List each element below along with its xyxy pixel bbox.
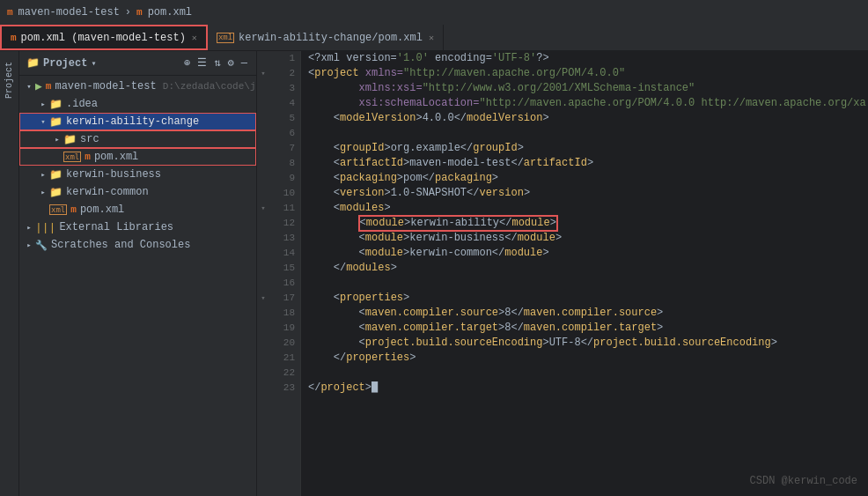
- gutter-cell[interactable]: ▾: [257, 66, 269, 81]
- code-line: </properties>: [308, 351, 861, 366]
- code-token: xsi:schemaLocation=: [308, 96, 479, 111]
- tree-arrow[interactable]: ▾: [23, 82, 35, 92]
- folder-icon: 📁: [49, 186, 63, 199]
- code-line: <module>kerwin-common</module>: [308, 246, 861, 261]
- tree-arrow[interactable]: ▸: [37, 188, 49, 197]
- tab-close-button[interactable]: ✕: [429, 33, 434, 43]
- code-token: 'UTF-8': [492, 51, 536, 66]
- tree-arrow[interactable]: ▸: [23, 223, 35, 233]
- tree-item-pom-root[interactable]: xmlmpom.xml: [19, 201, 256, 218]
- tree-item-scratches[interactable]: ▸🔧Scratches and Consoles: [19, 236, 256, 254]
- code-token: properties: [346, 351, 409, 366]
- code-token: <: [308, 246, 365, 261]
- globe-icon[interactable]: ⊕: [182, 55, 192, 71]
- line-number: 13: [269, 231, 295, 246]
- tree-label: pom.xml: [94, 151, 138, 163]
- minimize-icon[interactable]: —: [239, 56, 249, 71]
- code-token: version: [479, 186, 523, 201]
- code-area[interactable]: <?xml version='1.0' encoding='UTF-8'?><p…: [301, 51, 868, 496]
- code-token: >: [587, 156, 593, 171]
- code-token: "http://www.w3.org/2001/XMLSchema-instan…: [423, 81, 695, 96]
- line-number: 18: [269, 306, 295, 321]
- tree-arrow[interactable]: ▾: [37, 117, 49, 127]
- code-line: </modules>: [308, 261, 861, 276]
- folder-icon: 📁: [49, 115, 63, 129]
- gutter-cell[interactable]: ▾: [257, 291, 269, 306]
- tab-tab1[interactable]: mpom.xml (maven-model-test)✕: [0, 25, 208, 50]
- code-token: >: [657, 306, 663, 321]
- code-token: maven.compiler.target: [524, 321, 657, 336]
- code-token: >4.0.0</: [416, 111, 467, 126]
- code-token: >kerwin-common</: [403, 246, 504, 261]
- editor-area: ▾▾▾ 123456789101112131415161718192021222…: [257, 51, 868, 496]
- code-token: artifactId: [340, 156, 403, 171]
- code-token: >8</: [498, 321, 524, 336]
- code-token: >: [391, 261, 397, 276]
- code-token: >1.0-SNAPSHOT</: [384, 186, 479, 201]
- project-tree: ▾▶mmaven-model-test D:\zedada\code\java\…: [19, 76, 256, 496]
- tree-item-src[interactable]: ▸📁src: [19, 130, 256, 148]
- filter-icon[interactable]: ⇅: [212, 55, 222, 71]
- code-token: module: [365, 246, 403, 261]
- code-line: <project xmlns="http://maven.apache.org/…: [308, 66, 861, 81]
- editor-gutter: ▾▾▾: [257, 51, 269, 496]
- panel-arrow[interactable]: ▾: [91, 58, 96, 69]
- tree-item-root[interactable]: ▾▶mmaven-model-test D:\zedada\code\java\…: [19, 78, 256, 95]
- tree-arrow[interactable]: ▸: [37, 100, 49, 109]
- code-token: </: [308, 381, 320, 396]
- code-token: >pom</: [397, 171, 435, 186]
- code-token: >: [555, 231, 562, 246]
- maven-m-icon: m: [70, 204, 77, 215]
- code-token: >: [542, 246, 548, 261]
- panel-toolbar: ⊕ ☰ ⇅ ⚙ —: [182, 55, 249, 71]
- code-token: modules: [340, 201, 384, 216]
- code-token: <: [308, 231, 365, 246]
- settings-icon[interactable]: ⚙: [226, 55, 236, 71]
- tree-label: pom.xml: [80, 204, 124, 216]
- tab-maven-icon: m: [11, 33, 17, 43]
- code-line: <maven.compiler.target>8</maven.compiler…: [308, 321, 861, 336]
- tree-item-kerwin-ability-change[interactable]: ▾📁kerwin-ability-change: [19, 113, 256, 130]
- line-number: 3: [269, 81, 295, 96]
- code-line: [308, 126, 861, 141]
- gutter-cell: [257, 351, 269, 366]
- code-line: [308, 366, 861, 381]
- tree-label: src: [80, 133, 99, 145]
- code-line: <module>kerwin-ability</module>: [308, 216, 861, 231]
- tree-label: kerwin-ability-change: [66, 115, 199, 128]
- code-token: >: [518, 141, 524, 156]
- code-token: module: [518, 231, 555, 246]
- folder-icon: 📁: [49, 168, 63, 181]
- external-libs-icon: |||: [35, 221, 55, 234]
- tree-item-pom-ability[interactable]: xmlmpom.xml: [19, 148, 256, 166]
- list-icon[interactable]: ☰: [195, 55, 209, 71]
- code-line: </project>█: [308, 381, 861, 396]
- tab-tab2[interactable]: xmlkerwin-ability-change/pom.xml✕: [208, 25, 444, 50]
- gutter-cell: [257, 366, 269, 381]
- maven-m-icon: m: [85, 152, 91, 162]
- line-number: 12: [269, 216, 295, 231]
- tree-item-idea[interactable]: ▸📁.idea: [19, 95, 256, 113]
- code-token: <: [308, 336, 365, 351]
- sidebar-strip-label[interactable]: Project: [4, 62, 14, 99]
- tree-item-ext-libs[interactable]: ▸|||External Libraries: [19, 218, 256, 236]
- code-token: >: [365, 381, 371, 396]
- tab-label: kerwin-ability-change/pom.xml: [239, 32, 423, 44]
- tree-item-kerwin-common[interactable]: ▸📁kerwin-common: [19, 183, 256, 201]
- tree-arrow[interactable]: ▸: [37, 170, 49, 180]
- code-token: maven.compiler.source: [365, 306, 498, 321]
- tab-close-button[interactable]: ✕: [192, 33, 197, 43]
- tree-item-kerwin-business[interactable]: ▸📁kerwin-business: [19, 166, 256, 183]
- tree-label: maven-model-test D:\zedada\code\java\mav…: [55, 80, 256, 93]
- gutter-cell: [257, 81, 269, 96]
- code-token: <: [308, 141, 340, 156]
- code-token: >UTF-8</: [542, 336, 593, 351]
- code-token: >: [403, 291, 409, 306]
- line-number: 5: [269, 111, 295, 126]
- tree-arrow[interactable]: ▸: [23, 241, 35, 250]
- code-token: >8</: [498, 306, 524, 321]
- sidebar-strip[interactable]: Project: [0, 51, 19, 496]
- tree-arrow[interactable]: ▸: [51, 135, 63, 144]
- line-numbers: 1234567891011121314151617181920212223: [269, 51, 301, 496]
- gutter-cell[interactable]: ▾: [257, 201, 269, 216]
